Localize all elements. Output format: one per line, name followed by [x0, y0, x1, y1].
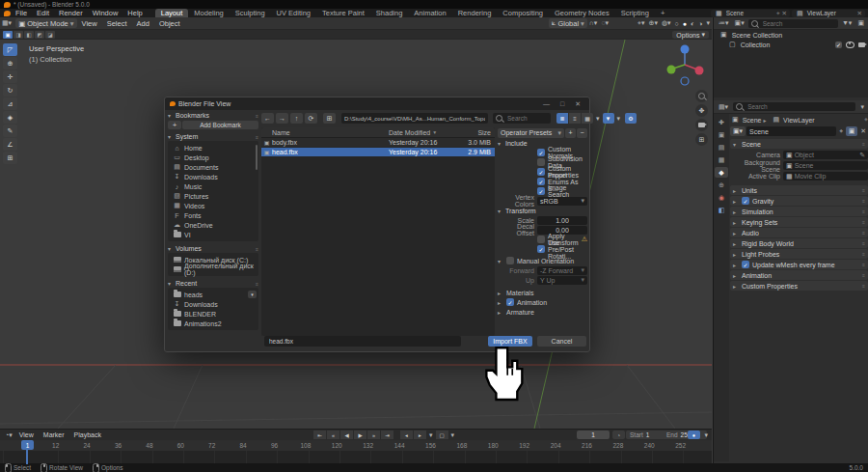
funnel-icon[interactable]: ▼▾: [840, 19, 854, 27]
active-clip-field[interactable]: ▦ Movie Clip: [783, 172, 868, 180]
breadcrumb-viewlayer[interactable]: ViewLayer: [783, 117, 815, 124]
file-nav-vi[interactable]: VI: [168, 230, 258, 239]
pan-hand-icon[interactable]: ✥: [695, 104, 708, 117]
section-animation[interactable]: ▸✓Animation: [498, 297, 587, 307]
properties-tab-scene[interactable]: ◆: [715, 167, 728, 178]
breadcrumb-scene[interactable]: Scene: [743, 117, 762, 124]
pin-icon[interactable]: ⌖: [864, 116, 868, 124]
file-row-body-fbx[interactable]: ▣body.fbxYesterday 20:163.0 MiB: [261, 138, 495, 147]
file-nav-pictures[interactable]: ▨Pictures: [168, 191, 258, 201]
section-units[interactable]: ▸Units≡: [730, 185, 868, 195]
gear-icon[interactable]: ⚙: [625, 113, 637, 124]
tool-annotate[interactable]: ✎: [3, 125, 17, 137]
dialog-search-field[interactable]: [493, 113, 551, 124]
file-nav-animations2[interactable]: Animations2: [168, 319, 258, 328]
select-mode-subtract[interactable]: ◧: [24, 31, 34, 39]
column-size[interactable]: Size: [452, 129, 495, 136]
next-keyframe-icon[interactable]: »: [367, 430, 380, 439]
transform-section-header[interactable]: ▾Transform: [498, 206, 587, 215]
properties-tab-physics[interactable]: ◉: [715, 192, 728, 203]
play-icon[interactable]: ▶: [354, 430, 366, 439]
tool-measure[interactable]: ∠: [3, 138, 17, 151]
section-armature[interactable]: ▸Armature: [498, 307, 587, 317]
display-vertical-list-icon[interactable]: ≣: [556, 113, 568, 124]
file-nav-дополнительный-диск-d-[interactable]: Дополнительный диск (D:): [168, 264, 258, 274]
properties-tab-view-layer[interactable]: ▦: [715, 154, 728, 165]
menu-help[interactable]: Help: [122, 9, 147, 17]
section-custom-properties[interactable]: ▸Custom Properties≡: [730, 281, 868, 291]
tool-add-cube[interactable]: ⊞: [3, 152, 17, 164]
properties-tab-output[interactable]: ▤: [715, 142, 728, 153]
file-nav-downloads[interactable]: ↧Downloads: [168, 299, 258, 309]
use-preview-range-icon[interactable]: ◔: [612, 430, 625, 439]
section-rigid-body-world[interactable]: ▸Rigid Body World≡: [730, 238, 868, 248]
auto-keying-dropdown-icon[interactable]: ▾: [702, 431, 710, 439]
vertex-colors-dropdown[interactable]: sRGB▾: [537, 197, 587, 206]
pin-icon[interactable]: ⌖: [837, 127, 845, 135]
file-nav-documents[interactable]: ▤Documents: [168, 162, 258, 172]
exclude-checkbox[interactable]: ✓: [835, 42, 842, 48]
image-search-checkbox[interactable]: ✓: [537, 187, 545, 195]
custom-properties-checkbox[interactable]: ✓: [537, 168, 545, 176]
shading-solid-icon[interactable]: ●: [681, 20, 689, 27]
remove-preset-icon[interactable]: −: [577, 128, 587, 138]
add-preset-icon[interactable]: +: [565, 128, 576, 138]
column-modified[interactable]: Date Modified▼: [389, 129, 452, 136]
zoom-icon[interactable]: [695, 90, 708, 102]
refresh-icon[interactable]: ⟳: [305, 113, 317, 124]
render-camera-icon[interactable]: [858, 42, 865, 47]
subdivision-data-checkbox[interactable]: [537, 158, 545, 166]
timeline-menu-view[interactable]: View: [14, 431, 39, 438]
section-gravity[interactable]: ▸✓Gravity≡: [730, 196, 868, 206]
properties-options-icon[interactable]: ▾: [858, 103, 866, 111]
tool-transform[interactable]: ◈: [3, 111, 17, 124]
parent-dir-icon[interactable]: ↑: [290, 113, 303, 124]
properties-search-input[interactable]: [746, 102, 853, 111]
viewport-menu-view[interactable]: View: [77, 19, 102, 28]
custom-normals-checkbox[interactable]: ✓: [537, 149, 545, 156]
workspace-tab-compositing[interactable]: Compositing: [497, 9, 549, 17]
pre-post-rotation-checkbox[interactable]: ✓: [537, 245, 545, 253]
add-workspace-button[interactable]: +: [655, 9, 670, 17]
tool-scale[interactable]: ⊿: [3, 97, 17, 110]
properties-tab-world[interactable]: ⊕: [715, 180, 728, 190]
volumes-header[interactable]: ▾Volumes≡: [168, 244, 258, 253]
viewport-menu-object[interactable]: Object: [154, 19, 185, 28]
file-nav-downloads[interactable]: ↧Downloads: [168, 172, 258, 181]
animation-checkbox[interactable]: ✓: [506, 298, 514, 306]
filename-input[interactable]: [267, 337, 458, 346]
section-update-wmesh-every-frame[interactable]: ▸✓Update wMesh every frame≡: [730, 260, 868, 269]
menu-render[interactable]: Render: [54, 9, 88, 17]
collection-row[interactable]: ▢ Collection ✓: [714, 40, 868, 49]
file-nav-videos[interactable]: ▦Videos: [168, 201, 258, 210]
recent-header[interactable]: ▾Recent≡: [168, 279, 258, 288]
editor-type-icon[interactable]: ▦▾: [0, 19, 14, 27]
jump-to-end-icon[interactable]: ⇥: [381, 430, 393, 439]
pivot-point-icon[interactable]: ⌖▾: [636, 19, 646, 27]
scene-collection-row[interactable]: ▣ Scene Collection: [714, 30, 868, 40]
filename-field[interactable]: [264, 336, 461, 347]
dialog-titlebar[interactable]: Blender File View — □ ✕: [165, 97, 589, 110]
path-field[interactable]: D:\Study\4_course\VD\MH_As...Human_Confo…: [341, 113, 488, 124]
jump-to-start-icon[interactable]: ⇤: [313, 430, 326, 439]
timeline-editor-icon[interactable]: ◔▾: [3, 431, 14, 439]
eye-icon[interactable]: [846, 42, 854, 48]
workspace-tab-uv-editing[interactable]: UV Editing: [271, 9, 316, 17]
timeline-menu-marker[interactable]: Marker: [39, 431, 69, 438]
file-nav-home[interactable]: ⌂Home: [168, 143, 258, 153]
import-fbx-button[interactable]: Import FBX: [488, 336, 532, 347]
menu-window[interactable]: Window: [88, 9, 123, 17]
workspace-tab-geometry-nodes[interactable]: Geometry Nodes: [549, 9, 615, 17]
file-nav-music[interactable]: ♪Music: [168, 181, 258, 191]
eyedropper-icon[interactable]: ✎: [859, 152, 865, 159]
select-mode-invert[interactable]: ◩: [35, 31, 44, 39]
file-row-head-fbx[interactable]: ▣head.fbxYesterday 20:162.9 MiB: [261, 148, 495, 156]
new-folder-icon[interactable]: ⊞: [323, 113, 336, 124]
section-simulation[interactable]: ▸Simulation≡: [730, 207, 868, 216]
file-nav-onedrive[interactable]: ☁OneDrive: [168, 220, 258, 230]
filter-funnel-icon[interactable]: ▼: [603, 113, 614, 124]
recent-options-dropdown-icon[interactable]: ▾: [248, 291, 257, 298]
start-frame-field[interactable]: Start1: [626, 430, 666, 439]
workspace-tab-modeling[interactable]: Modeling: [188, 9, 229, 17]
forward-icon[interactable]: →: [276, 113, 288, 124]
